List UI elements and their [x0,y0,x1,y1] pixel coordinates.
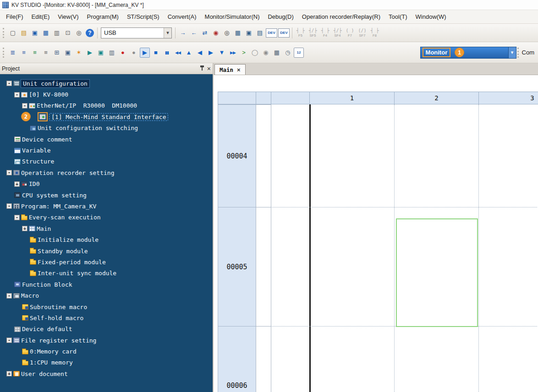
open-project-button[interactable]: ▤ [19,28,29,38]
tree-item[interactable]: +User document [0,368,213,379]
ladder-shortcut-f5[interactable]: ┤ ├F5 [294,26,307,40]
collapse-box-icon[interactable]: - [6,293,12,299]
print-button[interactable]: ⊡ [63,28,73,38]
menu-debug[interactable]: Debug(D) [264,10,297,23]
operation-recorder-icon[interactable]: ✶ [74,48,84,58]
menu-file[interactable]: File(F) [2,10,27,23]
connection-select[interactable]: USB [101,27,172,38]
tree-item[interactable]: 0:Memory card [0,346,213,357]
ladder-shortcut-sf4[interactable]: ┤/├SF4 [331,26,344,40]
menu-st-script[interactable]: ST/Script(S) [123,10,164,23]
mode-select[interactable]: Monitor 1 [420,47,516,59]
device-usage-list-button[interactable]: ▦ [233,28,243,38]
collapse-box-icon[interactable]: - [6,203,12,209]
go-to-end-button[interactable]: ▶▶ [228,48,238,58]
batch-monitor-button[interactable]: ▣ [244,28,254,38]
tree-item[interactable]: +ID0 [0,179,213,190]
menu-edit[interactable]: Edit(E) [27,10,54,23]
tree-item[interactable]: Device comment [0,134,213,145]
tree-item[interactable]: -Operation recorder setting [0,167,213,178]
expand-box-icon[interactable]: + [14,181,20,187]
break-circle-icon[interactable]: ◯ [250,48,260,58]
record-button[interactable]: ● [118,48,128,58]
simulator-edit-icon[interactable]: ▣ [96,48,106,58]
chevron-down-icon[interactable] [508,47,516,58]
watch-window-icon[interactable]: ▦ [272,48,282,58]
tree-item[interactable]: Variable [0,145,213,156]
tree-item[interactable]: CPU system setting [0,190,213,201]
tree-item[interactable]: -EtherNet/IP R30000 DM10000 [0,100,213,111]
tree-item[interactable]: -Macro [0,290,213,301]
screen-capture-icon[interactable]: ▣ [63,48,73,58]
close-panel-icon[interactable] [207,65,211,73]
step-back-button[interactable]: ◀ [195,48,205,58]
step-down-button[interactable]: ▼ [217,48,227,58]
tree-item[interactable]: Initialize module [0,234,213,245]
tree-item[interactable]: Self-hold macro [0,312,213,323]
toolbar-grip[interactable] [3,28,5,38]
tree-item[interactable]: Inter-unit sync module [0,268,213,279]
menu-convert[interactable]: Convert(A) [164,10,201,23]
tree-item[interactable]: -Program: MM_Camera_KV [0,201,213,212]
device-comment-list-icon[interactable]: ≡ [41,48,51,58]
menu-tool[interactable]: Tool(T) [384,10,411,23]
tree-item[interactable]: Device default [0,324,213,335]
toolbar-grip[interactable] [517,48,520,58]
simulator-icon[interactable]: ▶ [85,48,95,58]
dev-monitor-button-2[interactable]: DEV [278,28,290,38]
tree-item[interactable]: -File register setting [0,335,213,346]
transfer-to-plc-button[interactable]: → [178,28,188,38]
verify-button[interactable]: ⇄ [200,28,210,38]
tree-item[interactable]: 2[1] Mech-Mind Standard Interface [0,111,213,122]
collapse-box-icon[interactable]: - [14,215,20,220]
play-button[interactable]: ▶ [140,48,150,58]
menu-window[interactable]: Window(W) [412,10,450,23]
transfer-from-plc-button[interactable]: ← [189,28,199,38]
close-tab-icon[interactable] [237,65,241,74]
menu-monitor-simulator[interactable]: Monitor/Simulator(N) [201,10,264,23]
new-file-button[interactable]: ▢ [8,28,18,38]
pause-all-icon[interactable]: ◉ [261,48,271,58]
window-layout-icon[interactable]: ⊞ [52,48,62,58]
plc-monitor-button[interactable]: ◉ [211,28,221,38]
collapse-box-icon[interactable]: - [6,81,12,86]
clock-icon[interactable]: ◷ [283,48,293,58]
ladder-shortcut-sf5[interactable]: ┤/├SF5 [307,26,319,40]
record-stop-button[interactable]: ● [129,48,139,58]
menu-operation-recorder-replay[interactable]: Operation recorder/Replay(R) [298,10,384,23]
find-device-button[interactable]: ◎ [222,28,232,38]
collapse-box-icon[interactable]: - [6,170,12,175]
ladder-shortcut-f4[interactable]: ┤ ├F4 [319,26,331,40]
tree-item[interactable]: Subroutine macro [0,301,213,312]
collapse-box-icon[interactable]: - [14,92,20,98]
dev-monitor-button-1[interactable]: DEV [266,28,277,38]
ladder-shortcut-sf7[interactable]: (/)SF7 [356,26,368,40]
ladder-shortcut-f7[interactable]: ( )F7 [344,26,356,40]
toolbar-grip[interactable] [3,48,5,58]
run-to-cursor-button[interactable]: > [239,48,249,58]
registration-monitor-button[interactable]: ▤ [255,28,265,38]
tab-main[interactable]: Main [214,64,246,75]
collapse-box-icon[interactable]: - [22,103,27,109]
tree-item[interactable]: -[0] KV-8000 [0,89,213,100]
search-button[interactable]: ◎ [74,28,84,38]
realtime-chart-icon[interactable]: 12 [294,48,304,58]
mnemonic-list-icon[interactable]: ≡ [19,48,29,58]
step-up-button[interactable]: ▲ [184,48,194,58]
help-button[interactable]: ? [86,29,94,37]
expand-box-icon[interactable]: + [22,226,27,231]
tree-item[interactable]: -Unit configuration [0,78,213,89]
stop-button[interactable]: ■ [151,48,161,58]
chevron-down-icon[interactable] [164,28,171,38]
ladder-shortcut-f8[interactable]: ┤ ├F8 [368,26,381,40]
menu-view[interactable]: View(V) [54,10,82,23]
tree-item[interactable]: Function Block [0,279,213,290]
tree-item[interactable]: Unit configuration switching [0,123,213,134]
tree-item[interactable]: Fixed-period module [0,256,213,267]
pause-button[interactable]: ▮▮ [162,48,172,58]
menu-program[interactable]: Program(M) [83,10,123,23]
save-all-button[interactable]: ▦ [41,28,51,38]
ladder-editor-grid[interactable]: 1 2 3 00004 00005 00006 [214,75,538,392]
cell-selection-cursor[interactable] [396,218,478,327]
page-setup-button[interactable]: ▥ [52,28,62,38]
